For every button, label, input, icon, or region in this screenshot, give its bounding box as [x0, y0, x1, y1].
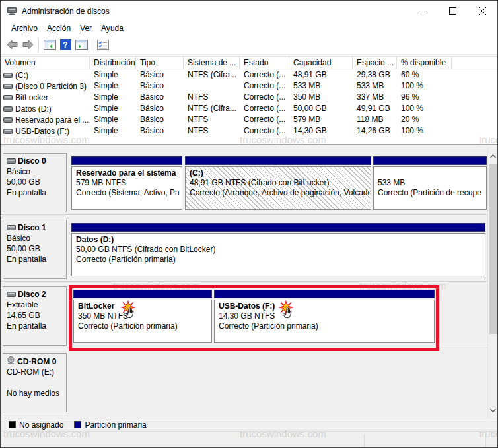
- partition-color-bar: [71, 223, 485, 232]
- legend-swatch-primary-partition: [74, 421, 81, 428]
- disk-label-disco-1[interactable]: Disco 1 Básico 50,00 GB En pantalla: [3, 220, 67, 279]
- click-here-cursor-icon: [277, 300, 295, 323]
- legend-particion-primaria: Partición primaria: [74, 420, 146, 430]
- partition-color-bar: [214, 290, 435, 298]
- menubar: Archivo Acción Ver Ayuda: [1, 21, 497, 35]
- help-button[interactable]: ?: [57, 37, 73, 53]
- partition-color-bar: [73, 290, 212, 298]
- disk-row-disco-1: Disco 1 Básico 50,00 GB En pantalla Dato…: [1, 215, 488, 282]
- col-espacio[interactable]: Espacio ...: [353, 57, 397, 69]
- volume-icon: [3, 106, 13, 112]
- vertical-scrollbar[interactable]: [487, 148, 497, 418]
- disk-icon: [7, 223, 16, 232]
- forward-button[interactable]: [20, 37, 36, 53]
- col-sistema[interactable]: Sistema de ...: [184, 57, 240, 69]
- disk-label-cdrom-0[interactable]: CD-ROM 0 CD-ROM (E:) No hay medios: [3, 353, 67, 412]
- legend-no-asignado: No asignado: [9, 420, 63, 430]
- col-distribucion[interactable]: Distribución: [90, 57, 136, 69]
- show-console-tree-button[interactable]: [42, 37, 57, 53]
- toolbar: ?: [1, 35, 497, 55]
- disk-label-disco-2[interactable]: Disco 2 Extraíble 14,65 GB En pantalla: [3, 286, 67, 346]
- partition-c[interactable]: (C:) 48,91 GB NTFS (Cifrado con BitLocke…: [185, 156, 371, 211]
- help-icon: ?: [60, 39, 71, 50]
- maximize-button[interactable]: [438, 1, 468, 21]
- cd-rom-icon: [7, 356, 15, 366]
- menu-archivo[interactable]: Archivo: [7, 22, 42, 34]
- volume-icon: [3, 73, 13, 78]
- disk-management-app-icon: [7, 6, 17, 16]
- disk-row-disco-2: Disco 2 Extraíble 14,65 GB En pantalla B…: [1, 282, 488, 348]
- volume-row[interactable]: (Disco 0 Partición 3) Simple Básico Corr…: [1, 80, 497, 92]
- volume-list-header: Volumen Distribución Tipo Sistema de ...…: [1, 56, 497, 69]
- volume-row[interactable]: Reservado para el ... Simple Básico NTFS…: [1, 114, 497, 125]
- disk-management-window: Administración de discos Archivo Acción …: [0, 0, 498, 448]
- partition-usb-datos-f[interactable]: USB-Datos (F:) 14,30 GB NTFS Correcto (P…: [214, 290, 435, 344]
- status-bar: [1, 431, 497, 448]
- disk-icon: [7, 290, 16, 299]
- partition-reservado-sistema[interactable]: Reservado para el sistema 579 MB NTFS Co…: [71, 156, 182, 211]
- scroll-down-arrow[interactable]: [488, 404, 498, 416]
- partition-recovery[interactable]: 533 MB Correcto (Partición de recupe: [373, 156, 487, 211]
- col-disponible[interactable]: % disponible: [397, 57, 452, 69]
- scroll-up-arrow[interactable]: [488, 150, 498, 162]
- partition-bitlocker[interactable]: BitLocker 350 MB NTFS Correcto (Partició…: [73, 290, 212, 344]
- window-title: Administración de discos: [22, 7, 110, 16]
- volume-row[interactable]: USB-Datos (F:) Simple Básico NTFS Correc…: [1, 125, 497, 137]
- menu-ver[interactable]: Ver: [75, 22, 96, 34]
- legend-bar: No asignado Partición primaria: [1, 418, 497, 431]
- toolbar-separator: [92, 39, 92, 51]
- minimize-button[interactable]: [408, 1, 438, 21]
- volume-list: Volumen Distribución Tipo Sistema de ...…: [1, 56, 497, 144]
- volume-icon: [3, 129, 13, 134]
- menu-ayuda[interactable]: Ayuda: [96, 22, 128, 34]
- col-volumen[interactable]: Volumen: [1, 57, 90, 69]
- disk-label-disco-0[interactable]: Disco 0 Básico 50,00 GB En pantalla: [3, 153, 67, 212]
- col-empty: [452, 57, 497, 69]
- legend-swatch-unallocated: [9, 421, 16, 428]
- volume-icon: [3, 95, 13, 100]
- toolbar-separator: [38, 39, 39, 51]
- titlebar: Administración de discos: [1, 1, 497, 21]
- partition-color-bar: [71, 156, 182, 165]
- scrollbar-thumb[interactable]: [489, 164, 497, 334]
- status-bar-divider: [364, 434, 365, 447]
- col-tipo[interactable]: Tipo: [136, 57, 184, 69]
- disk-icon: [7, 156, 16, 166]
- partition-datos-d[interactable]: Datos (D:) 50,00 GB NTFS (Cifrado con Bi…: [71, 223, 485, 278]
- partition-color-bar: [185, 156, 371, 165]
- col-estado[interactable]: Estado: [240, 57, 289, 69]
- show-action-pane-button[interactable]: [73, 37, 89, 53]
- disk-graphical-pane: Disco 0 Básico 50,00 GB En pantalla Rese…: [1, 148, 497, 418]
- menu-accion[interactable]: Acción: [42, 22, 75, 34]
- col-capacidad[interactable]: Capacidad: [289, 57, 353, 69]
- disk-row-disco-0: Disco 0 Básico 50,00 GB En pantalla Rese…: [1, 148, 488, 215]
- partition-color-bar: [373, 156, 487, 165]
- volume-icon: [3, 84, 13, 89]
- close-button[interactable]: [468, 1, 497, 21]
- properties-list-button[interactable]: [95, 37, 111, 53]
- volume-icon: [3, 117, 13, 123]
- volume-row[interactable]: (C:) Simple Básico NTFS (Cifra... Correc…: [1, 69, 497, 80]
- disk-row-cdrom-0: CD-ROM 0 CD-ROM (E:) No hay medios: [1, 348, 488, 412]
- back-button[interactable]: [4, 37, 20, 53]
- volume-row[interactable]: BitLocker Simple Básico NTFS Correcto (.…: [1, 92, 497, 103]
- volume-row[interactable]: Datos (D:) Simple Básico NTFS (Cifra... …: [1, 103, 497, 114]
- click-here-cursor-icon: [120, 300, 137, 323]
- status-bar-divider: [485, 434, 486, 447]
